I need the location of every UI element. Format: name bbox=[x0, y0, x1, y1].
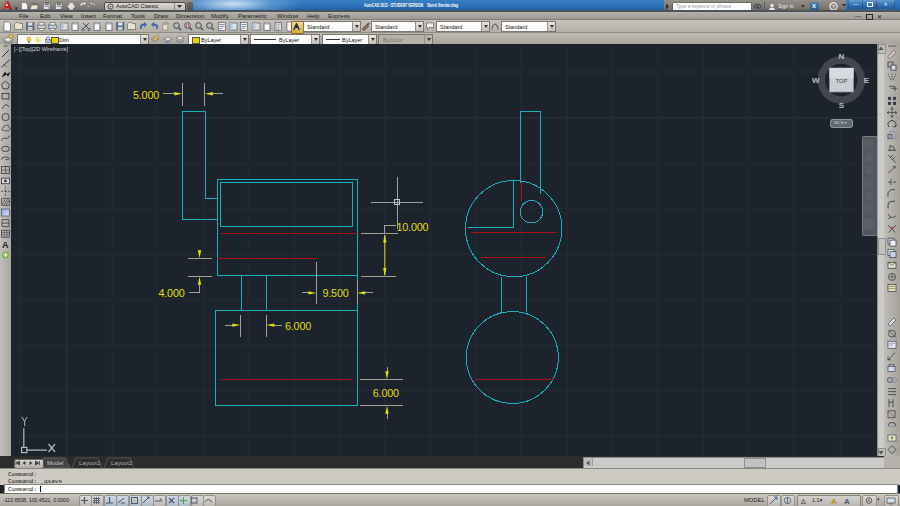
svg-text:Layout1: Layout1 bbox=[79, 460, 101, 466]
svg-text:S: S bbox=[839, 101, 845, 110]
svg-text:6.000: 6.000 bbox=[373, 387, 399, 399]
svg-text:E: E bbox=[864, 76, 870, 85]
svg-text:A: A bbox=[2, 240, 9, 250]
svg-text:Layout2: Layout2 bbox=[111, 460, 133, 466]
svg-text:A: A bbox=[831, 497, 837, 506]
svg-text:?: ? bbox=[832, 4, 836, 10]
svg-text:Model: Model bbox=[47, 460, 63, 466]
svg-text:10.000: 10.000 bbox=[397, 221, 429, 233]
svg-text:TOP: TOP bbox=[836, 78, 848, 84]
svg-text:4.000: 4.000 bbox=[159, 287, 185, 299]
svg-text:A: A bbox=[844, 497, 850, 506]
svg-text:N: N bbox=[838, 52, 844, 61]
svg-text:6.000: 6.000 bbox=[285, 320, 311, 332]
svg-text:9.500: 9.500 bbox=[323, 287, 349, 299]
svg-text:5.000: 5.000 bbox=[133, 89, 159, 101]
svg-text:W: W bbox=[812, 76, 820, 85]
